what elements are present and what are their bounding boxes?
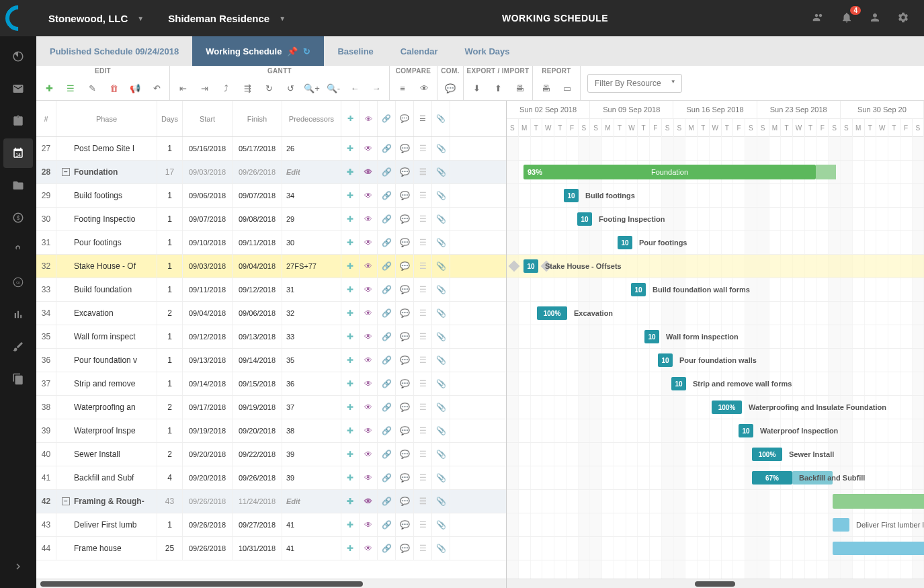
col-phase[interactable]: Phase (56, 101, 157, 136)
col-add[interactable]: ✚ (341, 101, 360, 136)
export-button[interactable]: ⬇ (466, 78, 487, 98)
import-button[interactable]: ⬆ (488, 78, 508, 98)
link-icon[interactable]: 🔗 (378, 302, 396, 325)
table-row[interactable]: 32Stake House - Of109/03/201809/04/20182… (36, 255, 506, 278)
next-button[interactable]: → (366, 78, 386, 98)
list-icon[interactable]: ☰ (414, 325, 432, 348)
add-icon[interactable]: ✚ (341, 466, 360, 489)
eye-icon[interactable]: 👁 (360, 302, 378, 325)
tab-working[interactable]: Working Schedule📌↻ (192, 36, 324, 66)
chat-icon[interactable]: 💬 (396, 325, 414, 348)
col-list[interactable]: ☰ (414, 101, 432, 136)
chat-icon[interactable]: 💬 (396, 396, 414, 419)
eye-icon[interactable]: 👁 (360, 255, 378, 278)
table-row[interactable]: 37Strip and remove109/14/201809/15/20183… (36, 372, 506, 396)
table-row[interactable]: 41Backfill and Subf409/20/201809/26/2018… (36, 466, 506, 490)
attach-icon[interactable]: 📎 (432, 372, 450, 395)
table-row[interactable]: 33Build foundation 109/11/201809/12/2018… (36, 278, 506, 302)
chat-icon[interactable]: 💬 (396, 208, 414, 230)
link-icon[interactable]: 🔗 (378, 513, 396, 536)
chat-button[interactable]: 💬 (440, 78, 460, 98)
chat-icon[interactable]: 💬 (396, 443, 414, 466)
attach-icon[interactable]: 📎 (432, 490, 450, 513)
grid-hscroll[interactable] (36, 579, 506, 588)
tab-calendar[interactable]: Calendar (387, 36, 452, 66)
add-icon[interactable]: ✚ (341, 231, 360, 254)
add-icon[interactable]: ✚ (341, 443, 360, 466)
list-icon[interactable]: ☰ (414, 443, 432, 466)
attach-icon[interactable]: 📎 (432, 419, 450, 442)
sidebar-paint[interactable] (3, 332, 33, 362)
list-icon[interactable]: ☰ (414, 255, 432, 278)
tab-published[interactable]: Published Schedule 09/24/2018 (36, 36, 192, 66)
collapse-button[interactable]: ⇶ (237, 78, 257, 98)
table-row[interactable]: 27Post Demo Site I105/16/201805/17/20182… (36, 137, 506, 161)
zoomout-button[interactable]: 🔍- (323, 78, 343, 98)
table-row[interactable]: 44Frame house2509/26/201810/31/201841✚👁🔗… (36, 537, 506, 560)
link-icon[interactable]: 🔗 (378, 466, 396, 489)
attach-icon[interactable]: 📎 (432, 349, 450, 372)
add-icon[interactable]: ✚ (341, 537, 360, 560)
attach-icon[interactable]: 📎 (432, 396, 450, 419)
report-view-button[interactable]: ▭ (557, 78, 577, 98)
table-row[interactable]: 42−Framing & Rough-4309/26/201811/24/201… (36, 490, 506, 513)
user-icon[interactable] (869, 11, 882, 25)
app-logo[interactable] (0, 0, 36, 36)
list-icon[interactable]: ☰ (414, 231, 432, 254)
eye-icon[interactable]: 👁 (360, 372, 378, 395)
attach-icon[interactable]: 📎 (432, 231, 450, 254)
table-row[interactable]: 35Wall form inspect109/12/201809/13/2018… (36, 325, 506, 349)
bell-icon[interactable]: 4 (841, 11, 854, 25)
list-icon[interactable]: ☰ (414, 396, 432, 419)
sidebar-finance[interactable]: $ (3, 203, 33, 233)
eye-icon[interactable]: 👁 (360, 419, 378, 442)
attach-icon[interactable]: 📎 (432, 255, 450, 278)
refresh-icon[interactable]: ↻ (303, 46, 310, 56)
eye-icon[interactable]: 👁 (360, 349, 378, 372)
col-pred[interactable]: Predecessors (282, 101, 341, 136)
table-row[interactable]: 34Excavation209/04/201809/06/201832✚👁🔗💬☰… (36, 302, 506, 325)
list-button[interactable]: ☰ (60, 78, 81, 98)
link-icon[interactable]: 🔗 (378, 255, 396, 278)
link-icon[interactable]: 🔗 (378, 490, 396, 513)
table-row[interactable]: 31Pour footings109/10/201809/11/201830✚👁… (36, 231, 506, 255)
collapse-icon[interactable]: − (62, 497, 70, 505)
link-icon[interactable]: 🔗 (378, 184, 396, 207)
list-icon[interactable]: ☰ (414, 490, 432, 513)
sidebar-changeorders[interactable]: co (3, 267, 33, 297)
refresh-button[interactable]: ↻ (259, 78, 279, 98)
eye-icon[interactable]: 👁 (360, 231, 378, 254)
link-icon[interactable]: 🔗 (378, 443, 396, 466)
eye-icon[interactable]: 👁 (360, 278, 378, 301)
col-attach[interactable]: 📎 (432, 101, 450, 136)
add-icon[interactable]: ✚ (341, 349, 360, 372)
add-icon[interactable]: ✚ (341, 396, 360, 419)
list-icon[interactable]: ☰ (414, 278, 432, 301)
chat-icon[interactable]: 💬 (396, 302, 414, 325)
eye-icon[interactable]: 👁 (360, 161, 378, 183)
link-icon[interactable]: 🔗 (378, 396, 396, 419)
list-icon[interactable]: ☰ (414, 349, 432, 372)
attach-icon[interactable]: 📎 (432, 513, 450, 536)
chat-icon[interactable]: 💬 (396, 419, 414, 442)
tab-baseline[interactable]: Baseline (324, 36, 386, 66)
table-row[interactable]: 39Waterproof Inspe109/19/201809/20/20183… (36, 419, 506, 443)
col-days[interactable]: Days (157, 101, 183, 136)
compare-button[interactable]: ≡ (392, 78, 413, 98)
chat-icon[interactable]: 💬 (396, 490, 414, 513)
attach-icon[interactable]: 📎 (432, 537, 450, 560)
link-icon[interactable]: 🔗 (378, 208, 396, 230)
collapse-icon[interactable]: − (62, 168, 70, 176)
eye-icon[interactable]: 👁 (360, 396, 378, 419)
list-icon[interactable]: ☰ (414, 137, 432, 160)
chat-icon[interactable]: 💬 (396, 466, 414, 489)
attach-icon[interactable]: 📎 (432, 466, 450, 489)
list-icon[interactable]: ☰ (414, 161, 432, 183)
attach-icon[interactable]: 📎 (432, 278, 450, 301)
list-icon[interactable]: ☰ (414, 466, 432, 489)
link-icon[interactable]: 🔗 (378, 349, 396, 372)
sidebar-tasks[interactable] (3, 106, 33, 136)
attach-icon[interactable]: 📎 (432, 137, 450, 160)
prev-button[interactable]: ← (345, 78, 365, 98)
col-finish[interactable]: Finish (233, 101, 282, 136)
